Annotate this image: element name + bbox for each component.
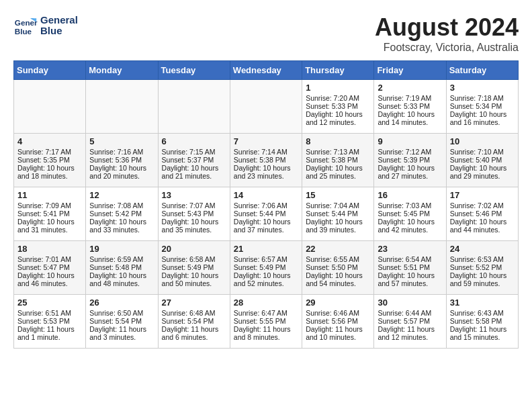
calendar-cell: 1Sunrise: 7:20 AMSunset: 5:33 PMDaylight…: [302, 80, 374, 134]
calendar-cell: 22Sunrise: 6:55 AMSunset: 5:50 PMDayligh…: [302, 241, 374, 295]
calendar-cell: 16Sunrise: 7:03 AMSunset: 5:45 PMDayligh…: [374, 187, 446, 241]
calendar-cell: 23Sunrise: 6:54 AMSunset: 5:51 PMDayligh…: [374, 241, 446, 295]
day-number: 12: [89, 190, 154, 200]
day-info: and 52 minutes.: [234, 279, 298, 287]
day-info: Daylight: 11 hours: [234, 325, 298, 333]
day-number: 31: [450, 298, 515, 308]
day-number: 13: [162, 190, 226, 200]
day-info: and 27 minutes.: [378, 172, 442, 180]
day-info: Sunrise: 7:01 AM: [17, 255, 82, 263]
day-info: Sunset: 5:43 PM: [162, 210, 226, 218]
day-info: Sunset: 5:34 PM: [450, 102, 515, 110]
day-info: Sunset: 5:33 PM: [306, 102, 370, 110]
day-info: and 15 minutes.: [450, 333, 515, 341]
day-number: 18: [17, 244, 82, 254]
day-info: Sunset: 5:53 PM: [17, 317, 82, 325]
calendar-cell: 28Sunrise: 6:47 AMSunset: 5:55 PMDayligh…: [230, 295, 302, 349]
day-info: and 16 minutes.: [450, 118, 515, 126]
day-info: Sunset: 5:40 PM: [450, 156, 515, 164]
calendar-header: SundayMondayTuesdayWednesdayThursdayFrid…: [14, 61, 519, 80]
day-info: and 18 minutes.: [17, 172, 82, 180]
calendar-cell: [14, 80, 86, 134]
calendar-cell: 19Sunrise: 6:59 AMSunset: 5:48 PMDayligh…: [86, 241, 158, 295]
day-number: 25: [17, 298, 82, 308]
day-info: and 50 minutes.: [162, 279, 226, 287]
day-info: Daylight: 10 hours: [17, 271, 82, 279]
day-number: 22: [306, 244, 370, 254]
calendar-table: SundayMondayTuesdayWednesdayThursdayFrid…: [13, 60, 519, 349]
day-info: Daylight: 10 hours: [306, 218, 370, 226]
day-info: Sunset: 5:36 PM: [89, 156, 154, 164]
header-row: SundayMondayTuesdayWednesdayThursdayFrid…: [14, 61, 519, 80]
calendar-cell: 24Sunrise: 6:53 AMSunset: 5:52 PMDayligh…: [446, 241, 518, 295]
day-info: Sunrise: 6:59 AM: [89, 255, 154, 263]
day-info: Daylight: 10 hours: [162, 271, 226, 279]
header-sunday: Sunday: [14, 61, 86, 80]
day-number: 15: [306, 190, 370, 200]
day-info: Daylight: 10 hours: [378, 218, 442, 226]
day-info: Sunrise: 7:03 AM: [378, 201, 442, 210]
calendar-cell: 5Sunrise: 7:16 AMSunset: 5:36 PMDaylight…: [86, 134, 158, 187]
day-info: and 48 minutes.: [89, 279, 154, 287]
day-info: Sunrise: 6:58 AM: [162, 255, 226, 263]
day-info: Sunrise: 6:50 AM: [89, 309, 154, 317]
calendar-cell: 13Sunrise: 7:07 AMSunset: 5:43 PMDayligh…: [158, 187, 230, 241]
day-info: Sunrise: 7:18 AM: [450, 94, 515, 102]
day-info: Sunset: 5:49 PM: [234, 263, 298, 271]
day-number: 23: [378, 244, 442, 254]
day-info: Daylight: 10 hours: [89, 218, 154, 226]
day-info: Sunset: 5:51 PM: [378, 263, 442, 271]
calendar-cell: 31Sunrise: 6:43 AMSunset: 5:58 PMDayligh…: [446, 295, 518, 349]
calendar-cell: [230, 80, 302, 134]
day-number: 14: [234, 190, 298, 200]
day-info: Sunrise: 6:44 AM: [378, 309, 442, 317]
day-info: Sunrise: 7:16 AM: [89, 148, 154, 156]
calendar-cell: 14Sunrise: 7:06 AMSunset: 5:44 PMDayligh…: [230, 187, 302, 241]
day-info: Sunset: 5:41 PM: [17, 210, 82, 218]
day-info: and 1 minute.: [17, 333, 82, 341]
day-info: Daylight: 10 hours: [378, 110, 442, 118]
day-info: Daylight: 10 hours: [234, 218, 298, 226]
calendar-cell: 30Sunrise: 6:44 AMSunset: 5:57 PMDayligh…: [374, 295, 446, 349]
day-info: Sunrise: 6:57 AM: [234, 255, 298, 263]
day-info: Daylight: 10 hours: [234, 164, 298, 172]
day-info: Sunset: 5:57 PM: [378, 317, 442, 325]
day-number: 4: [17, 136, 82, 146]
day-info: Sunset: 5:46 PM: [450, 210, 515, 218]
day-info: Daylight: 10 hours: [89, 271, 154, 279]
title-block: August 2024 Footscray, Victoria, Austral…: [375, 13, 519, 54]
day-number: 3: [450, 83, 515, 93]
day-info: and 54 minutes.: [306, 279, 370, 287]
day-number: 29: [306, 298, 370, 308]
day-number: 9: [378, 136, 442, 146]
week-row-0: 1Sunrise: 7:20 AMSunset: 5:33 PMDaylight…: [14, 80, 519, 134]
day-info: Sunset: 5:39 PM: [378, 156, 442, 164]
day-info: Sunset: 5:56 PM: [306, 317, 370, 325]
day-info: Daylight: 11 hours: [450, 325, 515, 333]
day-info: Daylight: 10 hours: [162, 218, 226, 226]
day-info: and 12 minutes.: [306, 118, 370, 126]
day-number: 16: [378, 190, 442, 200]
calendar-cell: 21Sunrise: 6:57 AMSunset: 5:49 PMDayligh…: [230, 241, 302, 295]
svg-text:Blue: Blue: [15, 27, 32, 36]
day-info: Daylight: 10 hours: [450, 110, 515, 118]
week-row-3: 18Sunrise: 7:01 AMSunset: 5:47 PMDayligh…: [14, 241, 519, 295]
day-info: Sunset: 5:42 PM: [89, 210, 154, 218]
day-info: and 46 minutes.: [17, 279, 82, 287]
day-info: Sunrise: 7:15 AM: [162, 148, 226, 156]
day-info: Sunset: 5:55 PM: [234, 317, 298, 325]
calendar-cell: 10Sunrise: 7:10 AMSunset: 5:40 PMDayligh…: [446, 134, 518, 187]
week-row-4: 25Sunrise: 6:51 AMSunset: 5:53 PMDayligh…: [14, 295, 519, 349]
day-info: Daylight: 10 hours: [234, 271, 298, 279]
day-info: Sunrise: 7:09 AM: [17, 201, 82, 210]
day-info: Daylight: 10 hours: [378, 271, 442, 279]
day-info: Sunrise: 7:06 AM: [234, 201, 298, 210]
day-info: Sunrise: 6:43 AM: [450, 309, 515, 317]
day-info: Sunrise: 7:13 AM: [306, 148, 370, 156]
day-number: 27: [162, 298, 226, 308]
day-number: 28: [234, 298, 298, 308]
day-number: 21: [234, 244, 298, 254]
calendar-cell: 26Sunrise: 6:50 AMSunset: 5:54 PMDayligh…: [86, 295, 158, 349]
day-info: Sunset: 5:44 PM: [306, 210, 370, 218]
logo-blue: Blue: [40, 26, 78, 37]
